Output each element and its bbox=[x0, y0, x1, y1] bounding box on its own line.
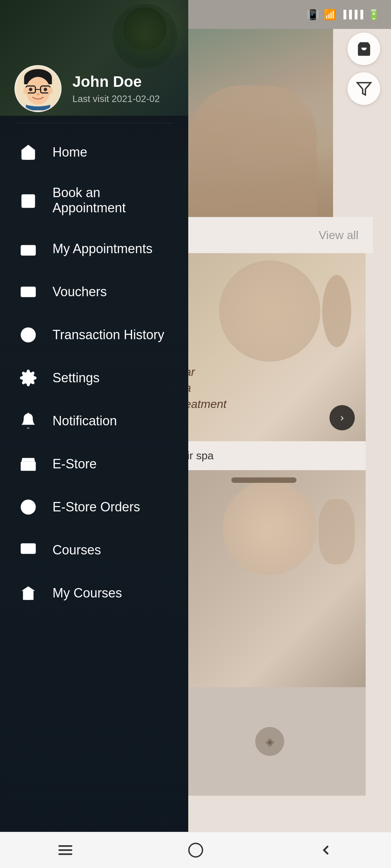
svg-point-27 bbox=[27, 413, 29, 414]
spa-card-2[interactable] bbox=[174, 470, 366, 687]
svg-rect-34 bbox=[21, 543, 36, 554]
store-icon bbox=[18, 454, 38, 474]
sidebar-item-settings[interactable]: Settings bbox=[0, 356, 188, 399]
sidebar-item-history-label: Transaction History bbox=[52, 327, 164, 342]
sidebar-item-home-label: Home bbox=[52, 145, 87, 160]
svg-point-17 bbox=[24, 202, 27, 205]
sidebar-item-vouchers-label: Vouchers bbox=[52, 284, 107, 299]
nav-menu-button[interactable] bbox=[51, 836, 80, 865]
nav-home-button[interactable] bbox=[181, 836, 210, 865]
svg-point-21 bbox=[29, 288, 31, 290]
treatment-label: ar a eatment bbox=[185, 364, 227, 412]
nav-back-button[interactable] bbox=[311, 836, 340, 865]
sidebar-item-estore[interactable]: E-Store bbox=[0, 442, 188, 485]
sidebar-item-my-appointments[interactable]: My Appointments bbox=[0, 227, 188, 270]
sidebar-item-notification-label: Notification bbox=[52, 413, 117, 429]
sidebar-item-my-courses-label: My Courses bbox=[52, 586, 122, 601]
voucher-icon bbox=[18, 282, 38, 302]
top-actions bbox=[348, 33, 380, 105]
spa-hero-image bbox=[174, 29, 333, 217]
cart-button[interactable] bbox=[348, 33, 380, 65]
calendar-icon bbox=[18, 191, 38, 210]
profile-last-visit: Last visit 2021-02-02 bbox=[72, 93, 160, 105]
profile-section[interactable]: John Doe Last visit 2021-02-02 bbox=[0, 0, 188, 123]
svg-rect-13 bbox=[21, 194, 35, 208]
sidebar-item-book-appointment[interactable]: Book an Appointment bbox=[0, 174, 188, 227]
sidebar-item-my-courses[interactable]: My Courses bbox=[0, 571, 188, 614]
svg-marker-0 bbox=[357, 82, 371, 95]
bottom-navigation bbox=[0, 832, 391, 868]
signal-icon: ▐▐▐▐ bbox=[341, 10, 363, 19]
courses-icon bbox=[18, 540, 38, 560]
profile-info: John Doe Last visit 2021-02-02 bbox=[72, 73, 160, 105]
sidebar-item-home[interactable]: Home bbox=[0, 131, 188, 174]
svg-point-11 bbox=[23, 87, 28, 94]
sidebar-item-notification[interactable]: Notification bbox=[0, 399, 188, 442]
svg-point-44 bbox=[189, 843, 202, 857]
sidebar-item-book-label: Book an Appointment bbox=[52, 185, 170, 216]
treatment-next-button[interactable]: › bbox=[329, 405, 355, 430]
svg-rect-20 bbox=[21, 286, 36, 297]
sidebar-item-estore-orders[interactable]: E-Store Orders bbox=[0, 485, 188, 528]
svg-point-10 bbox=[36, 93, 40, 95]
appointment-icon bbox=[18, 239, 38, 259]
navigation-drawer: John Doe Last visit 2021-02-02 Home bbox=[0, 0, 188, 868]
svg-point-24 bbox=[29, 293, 31, 295]
svg-point-22 bbox=[25, 293, 27, 295]
menu-list: Home Book an Appointment bbox=[0, 123, 188, 868]
wifi-icon: 📶 bbox=[324, 9, 336, 21]
filter-button[interactable] bbox=[348, 72, 380, 105]
bottom-partial-card: ◈ bbox=[174, 687, 366, 796]
svg-rect-40 bbox=[29, 591, 30, 593]
vibrate-icon: 📳 bbox=[307, 9, 319, 21]
battery-icon: 🔋 bbox=[367, 9, 380, 21]
history-icon bbox=[18, 325, 38, 345]
profile-name: John Doe bbox=[72, 73, 160, 90]
svg-point-19 bbox=[24, 247, 28, 252]
home-icon bbox=[18, 142, 38, 162]
sidebar-item-appointments-label: My Appointments bbox=[52, 241, 152, 256]
svg-point-18 bbox=[29, 202, 32, 205]
sidebar-item-courses[interactable]: Courses bbox=[0, 528, 188, 571]
svg-rect-29 bbox=[26, 464, 30, 471]
svg-point-9 bbox=[44, 88, 47, 92]
svg-point-12 bbox=[47, 87, 52, 94]
status-icons: 📳 📶 ▐▐▐▐ 🔋 bbox=[307, 9, 380, 21]
sidebar-item-estore-label: E-Store bbox=[52, 456, 97, 472]
sidebar-item-courses-label: Courses bbox=[52, 542, 101, 558]
bell-icon bbox=[18, 411, 38, 431]
svg-rect-39 bbox=[26, 591, 27, 593]
sidebar-item-transaction-history[interactable]: Transaction History bbox=[0, 313, 188, 356]
sidebar-item-settings-label: Settings bbox=[52, 370, 100, 386]
sidebar-item-vouchers[interactable]: Vouchers bbox=[0, 270, 188, 313]
status-bar: 📳 📶 ▐▐▐▐ 🔋 bbox=[174, 0, 391, 29]
orders-icon bbox=[18, 497, 38, 517]
hair-spa-label: air spa bbox=[174, 441, 366, 470]
view-all-section: View all bbox=[174, 217, 373, 253]
view-all-text[interactable]: View all bbox=[319, 229, 358, 242]
sidebar-item-orders-label: E-Store Orders bbox=[52, 499, 140, 515]
avatar bbox=[14, 65, 62, 112]
svg-point-8 bbox=[29, 88, 33, 92]
settings-icon bbox=[18, 368, 38, 388]
my-courses-icon bbox=[18, 583, 38, 603]
treatment-card[interactable]: ar a eatment › bbox=[174, 253, 366, 441]
svg-point-33 bbox=[26, 505, 29, 508]
